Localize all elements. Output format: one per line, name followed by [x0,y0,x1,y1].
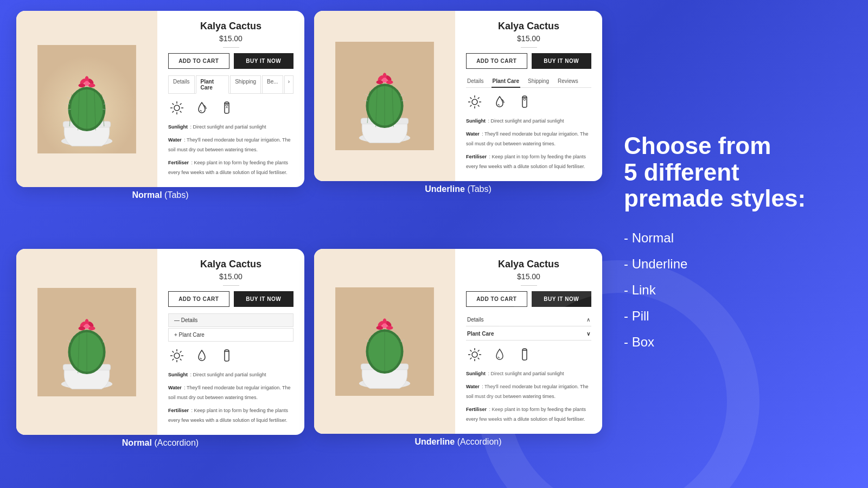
tab-more-1[interactable]: › [284,75,293,94]
content-water-3: Water : They'll need moderate but regula… [168,382,293,401]
buy-now-button-2[interactable]: BUY IT NOW [532,53,592,69]
price-divider-3 [223,285,239,286]
product-title-1: Kalya Cactus [168,21,293,32]
card-content-2: Kalya Cactus $15.00 ADD TO CART BUY IT N… [455,11,602,181]
svg-line-86 [173,351,174,353]
sunlight-text-3: : Direct sunlight and partial sunlight [190,372,266,377]
icons-row-2 [466,93,591,111]
accordion-header-plantcare-4[interactable]: Plant Care ∨ [466,328,591,340]
sunlight-label-3: Sunlight [168,372,188,377]
price-divider-2 [521,47,537,48]
content-fert-1: Fertiliser : Keep plant in top form by f… [168,157,293,176]
add-to-cart-button-4[interactable]: ADD TO CART [466,291,527,307]
content-water-2: Water : They'll need moderate but regula… [466,128,591,147]
card-wrapper-normal-tabs: Kalya Cactus $15.00 ADD TO CART BUY IT N… [16,11,304,239]
add-to-cart-button-1[interactable]: ADD TO CART [168,53,229,69]
product-title-2: Kalya Cactus [466,21,591,32]
card-label-1: Normal (Tabs) [132,190,188,200]
card-image-3 [16,249,157,435]
tab-be-1[interactable]: Be... [262,75,283,94]
product-price-1: $15.00 [168,34,293,43]
style-link: Link [624,277,830,303]
buy-now-button-1[interactable]: BUY IT NOW [234,53,294,69]
accordion-item-plantcare-3: + Plant Care [168,328,293,342]
sunlight-text-2: : Direct sunlight and partial sunlight [488,118,564,124]
sunlight-text-4: : Direct sunlight and partial sunlight [488,371,564,376]
accordion-normal-3: — Details + Plant Care [168,313,293,343]
card-image-2 [314,11,455,181]
tab-shipping-2[interactable]: Shipping [527,75,550,88]
water-icon-3 [193,347,210,364]
card-label-3: Normal (Accordion) [122,438,199,448]
accordion-item-details-4: Details ∧ [466,313,591,326]
card-label-2: Underline (Tabs) [425,184,492,194]
accordion-label-plantcare-4: Plant Care [467,331,494,337]
content-fert-2: Fertiliser : Keep plant in top form by f… [466,151,591,170]
buy-now-button-4[interactable]: BUY IT NOW [532,291,592,307]
product-title-3: Kalya Cactus [168,259,293,270]
card-label-style-4: Underline [414,437,455,446]
right-panel: Choose from5 differentpremade styles: No… [602,122,852,365]
svg-line-31 [180,111,182,113]
choose-title: Choose from5 differentpremade styles: [624,133,830,211]
svg-point-104 [472,352,477,357]
fertiliser-icon-2 [516,93,533,111]
card-image-4 [314,249,455,434]
sun-icon-1 [168,99,186,117]
tab-details-1[interactable]: Details [168,75,195,94]
accordion-header-plantcare-3[interactable]: + Plant Care [169,329,293,341]
card-label-4: Underline (Accordion) [414,437,501,447]
svg-point-53 [386,80,393,84]
card-label-type-2: (Tabs) [467,184,491,194]
fertiliser-icon-4 [516,346,533,363]
water-icon-4 [491,346,508,363]
water-icon-2 [491,93,508,111]
svg-point-101 [376,325,384,329]
svg-line-62 [478,98,480,99]
tab-reviews-2[interactable]: Reviews [557,75,579,88]
card-normal-tabs: Kalya Cactus $15.00 ADD TO CART BUY IT N… [16,11,304,187]
content-sunlight-4: Sunlight : Direct sunlight and partial s… [466,368,591,377]
style-box: Box [624,329,830,355]
card-wrapper-underline-tabs: Kalya Cactus $15.00 ADD TO CART BUY IT N… [314,11,602,239]
svg-point-24 [84,81,89,86]
fertiliser-icon-1 [218,99,235,117]
price-divider-4 [521,285,537,286]
svg-point-54 [382,78,387,82]
svg-line-33 [173,111,174,113]
sunlight-label-1: Sunlight [168,124,188,130]
tab-shipping-1[interactable]: Shipping [230,75,261,94]
styles-list: Normal Underline Link Pill Box [624,225,830,355]
card-content-4: Kalya Cactus $15.00 ADD TO CART BUY IT N… [455,249,602,434]
tab-plant-care-2[interactable]: Plant Care [492,75,520,88]
svg-line-112 [470,358,472,359]
svg-point-102 [386,325,393,329]
svg-line-63 [470,105,472,107]
add-to-cart-button-2[interactable]: ADD TO CART [466,53,527,69]
buy-now-button-3[interactable]: BUY IT NOW [234,291,294,307]
svg-point-55 [472,99,477,105]
card-underline-accordion: Kalya Cactus $15.00 ADD TO CART BUY IT N… [314,249,602,434]
card-content-3: Kalya Cactus $15.00 ADD TO CART BUY IT N… [157,249,304,435]
style-underline: Underline [624,251,830,277]
btn-row-4: ADD TO CART BUY IT NOW [466,291,591,307]
content-sunlight-2: Sunlight : Direct sunlight and partial s… [466,115,591,125]
accordion-underline-4: Details ∧ Plant Care ∨ [466,313,591,342]
fert-label-1: Fertiliser [168,160,189,165]
svg-point-23 [88,83,95,87]
add-to-cart-button-3[interactable]: ADD TO CART [168,291,229,307]
product-price-4: $15.00 [466,272,591,281]
tab-details-2[interactable]: Details [466,75,485,88]
water-text-3: : They'll need moderate but regular irri… [168,385,291,400]
icons-row-1 [168,99,293,117]
tabs-normal-1: Details Plant Care Shipping Be... › [168,75,293,94]
svg-point-64 [524,98,526,100]
style-pill: Pill [624,303,830,329]
icons-row-3 [168,347,293,364]
svg-point-78 [79,326,86,330]
accordion-header-details-3[interactable]: — Details [169,314,293,326]
accordion-header-details-4[interactable]: Details ∧ [466,313,591,326]
tab-plant-care-1[interactable]: Plant Care [196,75,229,94]
btn-row-2: ADD TO CART BUY IT NOW [466,53,591,69]
card-underline-tabs: Kalya Cactus $15.00 ADD TO CART BUY IT N… [314,11,602,181]
